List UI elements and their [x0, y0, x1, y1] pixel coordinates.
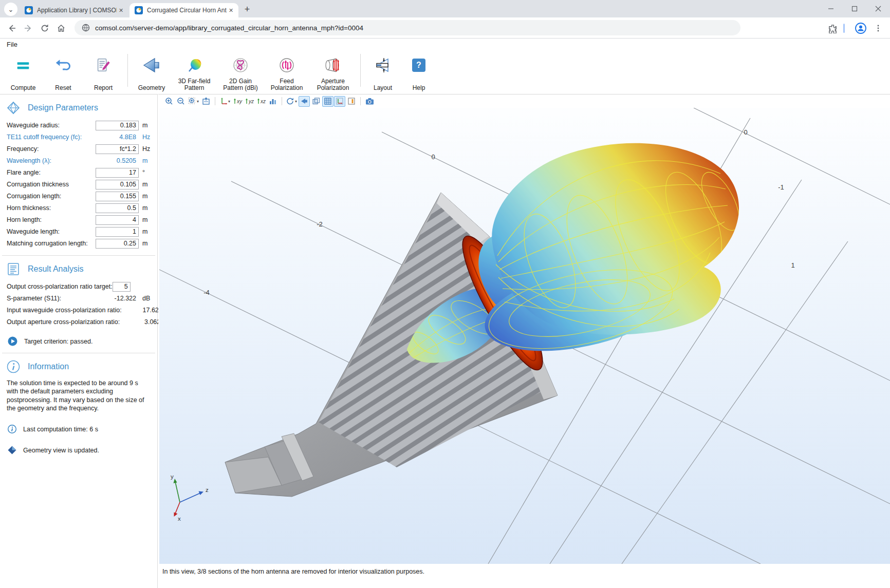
profile-button[interactable] — [854, 22, 867, 35]
param-unit: m — [142, 122, 154, 129]
model-3d-canvas[interactable]: 0 -2 -4 0 -1 1 y z x — [159, 108, 890, 564]
tab-close-icon[interactable]: ✕ — [117, 6, 125, 15]
tab-corrugated-horn[interactable]: Corrugated Circular Horn Anten ✕ — [129, 3, 238, 17]
aperture-polarization-button[interactable]: Aperture Polarization — [310, 51, 356, 93]
show-geometry-toggle[interactable] — [299, 96, 310, 107]
zoom-box-button[interactable]: ▾ — [187, 96, 200, 107]
tab-search-button[interactable]: ⌄ — [4, 3, 17, 16]
result-value: -12.322 — [96, 295, 139, 302]
view-xy-button[interactable]: xy — [232, 96, 243, 107]
dropdown-caret-icon: ▾ — [228, 99, 230, 104]
side-panel-indicator[interactable] — [843, 24, 845, 33]
snapshot-button[interactable] — [364, 96, 375, 107]
app-window: ⌄ Application Library | COMSOL S ✕ Corru… — [0, 0, 890, 588]
waveguide-radius-input[interactable] — [96, 121, 139, 130]
compute-label: Compute — [11, 78, 36, 91]
url-bar[interactable]: comsol.com/server-demo/app/library_corru… — [75, 20, 740, 35]
waveguide-length-input[interactable] — [96, 227, 139, 237]
param-label: Frequency: — [7, 145, 96, 153]
show-axes-toggle[interactable] — [334, 96, 345, 107]
forward-button[interactable] — [22, 22, 35, 35]
reset-button[interactable]: Reset — [43, 51, 83, 93]
up-arrow-icon — [245, 98, 249, 104]
graphics-toolbar: ▾ ▾ xy yz — [158, 94, 890, 108]
window-minimize-button[interactable] — [819, 0, 843, 17]
extensions-button[interactable] — [826, 22, 839, 35]
window-maximize-button[interactable] — [843, 0, 866, 17]
back-button[interactable] — [5, 22, 18, 35]
param-label: Corrugation thickness — [7, 181, 96, 188]
feed-polarization-button[interactable]: Feed Polarization — [264, 51, 310, 93]
show-grid-toggle[interactable] — [322, 96, 333, 107]
geometry-updated-status: Geometry view is updated. — [8, 446, 157, 454]
new-tab-button[interactable]: + — [240, 3, 254, 16]
param-unit: m — [142, 157, 154, 164]
report-button[interactable]: Report — [83, 51, 123, 93]
home-icon — [57, 24, 66, 33]
horn-length-input[interactable] — [96, 215, 139, 225]
corrugation-length-input[interactable] — [96, 192, 139, 201]
param-label: TE11 cutoff frequency (fc): — [7, 134, 96, 141]
dropdown-caret-icon: ▾ — [197, 99, 199, 104]
compute-button[interactable]: Compute — [3, 51, 43, 93]
triad-z-label: z — [206, 487, 209, 493]
app-ribbon: Compute Reset Report — [0, 51, 890, 93]
param-label: Waveguide length: — [7, 228, 96, 235]
grid-icon — [324, 97, 332, 105]
go-to-default-view-button[interactable]: ▾ — [218, 96, 231, 107]
view-xz-label: xz — [261, 99, 266, 104]
report-icon — [95, 53, 112, 78]
param-unit: Hz — [142, 145, 154, 153]
param-unit: ° — [142, 169, 154, 176]
param-label: Corrugation length: — [7, 193, 96, 200]
param-label: Horn length: — [7, 216, 96, 223]
tab-close-icon[interactable]: ✕ — [227, 6, 235, 15]
matching-corrugation-length-input[interactable] — [96, 239, 139, 249]
file-menu[interactable]: File — [7, 41, 17, 48]
home-button[interactable] — [54, 22, 68, 35]
view-xz-button[interactable]: xz — [255, 96, 267, 107]
frequency-input[interactable] — [96, 144, 139, 154]
window-close-button[interactable] — [866, 0, 890, 17]
browser-menu-button[interactable] — [872, 22, 885, 35]
design-parameters-title: Design Parameters — [28, 103, 98, 112]
zoom-in-button[interactable] — [163, 96, 175, 107]
view-yz-button[interactable]: yz — [244, 96, 255, 107]
ribbon-separator — [127, 54, 128, 87]
param-label: Horn thickness: — [7, 204, 96, 212]
flare-angle-input[interactable] — [96, 168, 139, 178]
farfield-3d-button[interactable]: 3D Far-field Pattern — [171, 51, 217, 93]
zoom-extents-button[interactable] — [200, 96, 212, 107]
contrast-toggle[interactable] — [346, 96, 357, 107]
reset-icon — [54, 53, 72, 78]
reload-icon — [40, 24, 49, 33]
param-row: Matching corrugation length: m — [7, 238, 154, 249]
gain-2d-icon — [231, 53, 250, 78]
layout-button[interactable]: Layout — [365, 51, 401, 93]
information-title: Information — [28, 362, 69, 371]
geometry-label: Geometry — [138, 78, 165, 91]
gain-2d-button[interactable]: 2D Gain Pattern (dBi) — [217, 51, 264, 93]
help-button[interactable]: ? Help — [401, 51, 437, 93]
help-icon: ? — [412, 59, 425, 72]
param-unit: m — [142, 216, 154, 223]
zoom-out-button[interactable] — [175, 96, 187, 107]
result-value: 3.062 — [120, 318, 163, 326]
tab-application-library[interactable]: Application Library | COMSOL S ✕ — [20, 3, 128, 17]
rotate-view-button[interactable]: ▾ — [285, 96, 298, 107]
horn-thickness-input[interactable] — [96, 203, 139, 213]
cross-polarization-target-input[interactable] — [113, 282, 131, 292]
axis-tick-label: -4 — [203, 289, 210, 296]
geometry-button[interactable]: Geometry — [132, 51, 171, 93]
scene-light-button[interactable] — [267, 96, 279, 107]
transparency-toggle[interactable] — [310, 96, 322, 107]
comsol-favicon — [25, 6, 33, 14]
tab-title: Application Library | COMSOL S — [37, 7, 117, 14]
extensions-puzzle-icon — [828, 24, 838, 33]
corrugation-thickness-input[interactable] — [96, 180, 139, 189]
reload-button[interactable] — [38, 22, 51, 35]
param-value: 0.5205 — [96, 157, 139, 164]
result-unit: dB — [142, 295, 154, 302]
param-row: Waveguide radius: m — [7, 120, 154, 130]
reset-label: Reset — [55, 78, 71, 91]
